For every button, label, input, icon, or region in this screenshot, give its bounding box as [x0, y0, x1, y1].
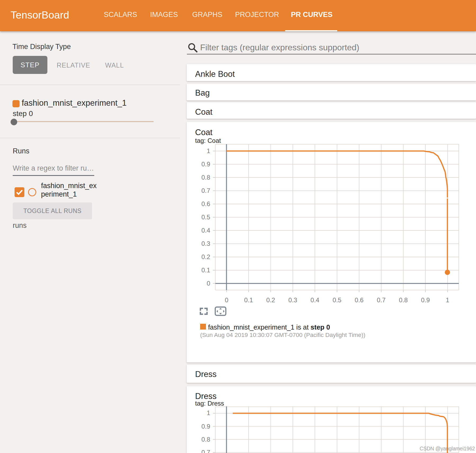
svg-text:0.1: 0.1 — [201, 267, 210, 274]
svg-text:0.9: 0.9 — [421, 296, 430, 304]
svg-text:0.5: 0.5 — [333, 296, 341, 304]
svg-text:0.8: 0.8 — [399, 296, 408, 304]
svg-text:0.6: 0.6 — [355, 296, 363, 304]
svg-text:0.3: 0.3 — [201, 240, 210, 247]
svg-text:0.9: 0.9 — [201, 423, 210, 430]
svg-text:1: 1 — [446, 296, 449, 304]
svg-text:0.3: 0.3 — [288, 296, 297, 304]
svg-text:0.1: 0.1 — [244, 296, 253, 304]
svg-text:fashion_mnist_experiment_1 is: fashion_mnist_experiment_1 is at step 0 — [208, 323, 330, 331]
svg-text:0.7: 0.7 — [377, 296, 385, 304]
svg-text:0: 0 — [225, 296, 228, 304]
svg-text:0.2: 0.2 — [201, 253, 210, 260]
svg-text:0.5: 0.5 — [201, 214, 210, 221]
svg-text:1: 1 — [207, 409, 210, 416]
svg-text:0.2: 0.2 — [266, 296, 275, 304]
svg-text:(Sun Aug 04 2019 10:30:07 GMT-: (Sun Aug 04 2019 10:30:07 GMT-0700 (Paci… — [200, 332, 365, 338]
svg-text:0.7: 0.7 — [201, 187, 210, 194]
svg-text:0.7: 0.7 — [201, 449, 210, 453]
svg-text:0.4: 0.4 — [311, 296, 319, 304]
svg-text:0.6: 0.6 — [201, 200, 210, 207]
svg-text:0.8: 0.8 — [201, 174, 210, 181]
svg-text:0.8: 0.8 — [201, 436, 210, 443]
svg-text:1: 1 — [207, 147, 210, 154]
svg-text:0.9: 0.9 — [201, 161, 210, 168]
svg-text:0: 0 — [207, 280, 210, 287]
svg-text:0.4: 0.4 — [201, 227, 210, 234]
